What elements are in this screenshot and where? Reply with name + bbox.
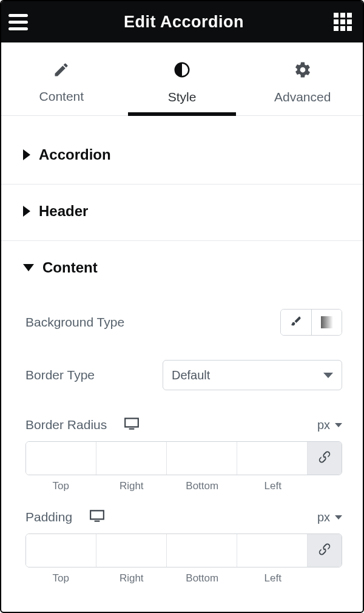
border-type-value: Default [172, 368, 210, 382]
sections: Accordion Header Content Background Type [1, 116, 363, 593]
chevron-down-icon [335, 423, 342, 427]
border-radius-left[interactable] [237, 442, 308, 475]
caption-left: Left [238, 480, 309, 492]
svg-rect-1 [95, 521, 100, 522]
chevron-right-icon [23, 149, 30, 160]
content-panel: Background Type Border Typ [1, 297, 363, 593]
border-radius-captions: Top Right Bottom Left [25, 480, 342, 492]
chevron-down-icon [23, 264, 34, 271]
padding-unit-label: px [317, 510, 330, 524]
background-type-gradient[interactable] [311, 310, 342, 335]
section-header-header[interactable]: Header [1, 185, 363, 240]
pencil-icon [53, 61, 70, 81]
desktop-icon[interactable] [124, 417, 140, 433]
row-background-type: Background Type [25, 297, 342, 348]
tab-content-label: Content [39, 89, 84, 104]
caption-right: Right [96, 480, 167, 492]
caption-top: Top [25, 572, 96, 584]
tabs: Content Style Advanced [1, 52, 363, 116]
padding-label: Padding [25, 510, 72, 524]
link-icon [318, 450, 331, 466]
apps-grid-button[interactable] [334, 13, 352, 31]
section-accordion-label: Accordion [39, 146, 111, 163]
tab-content[interactable]: Content [1, 52, 122, 115]
caption-bottom: Bottom [167, 572, 238, 584]
padding-bottom[interactable] [167, 534, 237, 567]
caption-bottom: Bottom [167, 480, 238, 492]
padding-right[interactable] [96, 534, 167, 567]
section-content: Content Background Type [1, 240, 363, 593]
tab-advanced[interactable]: Advanced [242, 52, 363, 115]
border-radius-bottom[interactable] [167, 442, 237, 475]
padding-top[interactable] [26, 534, 96, 567]
section-accordion: Accordion [1, 116, 363, 184]
caption-top: Top [25, 480, 96, 492]
tab-style-label: Style [168, 90, 197, 104]
chevron-down-icon [335, 515, 342, 520]
contrast-icon [173, 61, 191, 81]
svg-rect-0 [129, 428, 135, 430]
header-bar: Edit Accordion [1, 1, 363, 42]
chevron-right-icon [23, 206, 30, 217]
section-accordion-header[interactable]: Accordion [1, 116, 363, 184]
background-type-group [280, 309, 342, 336]
row-border-radius: Border Radius px [25, 402, 342, 436]
section-content-header[interactable]: Content [1, 241, 363, 297]
row-border-type: Border Type Default [25, 348, 342, 402]
border-type-select[interactable]: Default [163, 360, 342, 390]
padding-unit[interactable]: px [317, 510, 342, 524]
chevron-down-icon [323, 373, 333, 378]
tab-style[interactable]: Style [122, 52, 243, 115]
border-radius-link-toggle[interactable] [308, 442, 342, 475]
padding-fields [25, 533, 342, 567]
background-type-classic[interactable] [281, 310, 311, 335]
section-header-label: Header [39, 203, 88, 220]
padding-left[interactable] [237, 534, 308, 567]
link-icon [318, 543, 331, 558]
gradient-icon [321, 316, 333, 328]
desktop-icon[interactable] [89, 509, 105, 525]
row-padding: Padding px [25, 495, 342, 529]
border-radius-label: Border Radius [25, 418, 107, 432]
gear-icon [294, 61, 312, 81]
brush-icon [290, 315, 302, 330]
caption-right: Right [96, 572, 167, 584]
menu-button[interactable] [8, 9, 34, 35]
border-radius-unit[interactable]: px [317, 418, 342, 432]
border-radius-top[interactable] [26, 442, 96, 475]
padding-link-toggle[interactable] [308, 534, 342, 567]
border-radius-right[interactable] [96, 442, 167, 475]
section-content-label: Content [42, 259, 98, 276]
tab-advanced-label: Advanced [274, 90, 331, 104]
section-header: Header [1, 184, 363, 240]
caption-left: Left [238, 572, 309, 584]
border-radius-unit-label: px [317, 418, 330, 432]
page-title: Edit Accordion [124, 13, 244, 32]
border-radius-fields [25, 441, 342, 475]
border-type-label: Border Type [25, 368, 95, 382]
padding-captions: Top Right Bottom Left [25, 572, 342, 584]
background-type-label: Background Type [25, 315, 124, 330]
